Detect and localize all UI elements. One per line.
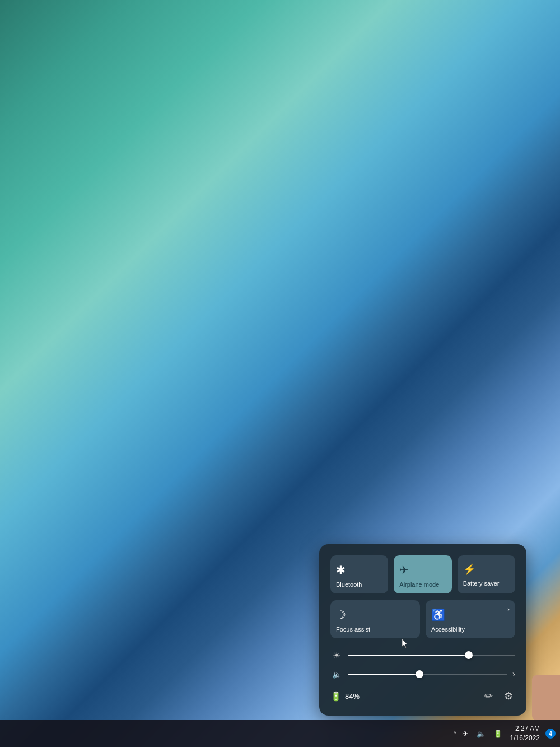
usb-device (532, 675, 560, 720)
bluetooth-button[interactable]: ✱ Bluetooth (330, 555, 388, 593)
bluetooth-label: Bluetooth (336, 581, 362, 588)
panel-bottom: 🔋 84% ✏ ⚙ (330, 688, 515, 704)
taskbar-time-display: 2:27 AM (510, 724, 540, 734)
system-tray-chevron[interactable]: ^ (454, 731, 456, 737)
volume-slider-row: 🔈 › (330, 669, 515, 680)
quick-settings-panel: ✱ Bluetooth ✈ Airplane mode ⚡ Battery sa… (319, 544, 526, 716)
panel-actions: ✏ ⚙ (482, 688, 515, 704)
focus-assist-button[interactable]: ☽ Focus assist (330, 600, 420, 638)
volume-thumb[interactable] (416, 670, 423, 678)
airplane-mode-button[interactable]: ✈ Airplane mode (394, 555, 451, 593)
volume-track (348, 674, 507, 675)
brightness-slider-row: ☀ (330, 649, 515, 661)
battery-info: 🔋 84% (330, 691, 360, 702)
focus-assist-label: Focus assist (336, 626, 370, 633)
taskbar-battery-icon[interactable]: 🔋 (491, 727, 505, 740)
accessibility-chevron-icon: › (507, 606, 510, 613)
accessibility-button[interactable]: ♿ Accessibility › (426, 600, 515, 638)
focus-assist-icon: ☽ (336, 608, 346, 621)
open-settings-button[interactable]: ⚙ (502, 688, 515, 704)
brightness-track (348, 655, 515, 656)
brightness-icon: ☀ (330, 650, 343, 661)
airplane-label: Airplane mode (399, 581, 439, 588)
taskbar-date-display: 1/16/2022 (510, 734, 540, 743)
taskbar-right: ^ ✈ 🔈 🔋 2:27 AM 1/16/2022 4 (454, 723, 556, 744)
quick-actions-row1: ✱ Bluetooth ✈ Airplane mode ⚡ Battery sa… (330, 555, 515, 593)
volume-icon: 🔈 (330, 670, 343, 679)
brightness-thumb[interactable] (465, 651, 473, 659)
volume-slider[interactable] (348, 669, 507, 680)
battery-percent: 84% (345, 692, 360, 700)
battery-saver-label: Battery saver (463, 580, 500, 587)
airplane-icon: ✈ (399, 563, 409, 577)
quick-actions-row2: ☽ Focus assist ♿ Accessibility › (330, 600, 515, 638)
brightness-fill (348, 655, 469, 656)
accessibility-label: Accessibility (431, 626, 465, 633)
brightness-slider[interactable] (348, 649, 515, 661)
bluetooth-icon: ✱ (336, 563, 346, 577)
edit-icon: ✏ (484, 690, 493, 702)
battery-saver-icon: ⚡ (463, 563, 475, 576)
battery-saver-button[interactable]: ⚡ Battery saver (458, 555, 515, 593)
accessibility-icon: ♿ (431, 608, 445, 621)
battery-status-icon: 🔋 (330, 691, 342, 702)
taskbar-volume-icon[interactable]: 🔈 (474, 727, 488, 740)
notification-badge[interactable]: 4 (545, 729, 556, 739)
volume-expand-icon[interactable]: › (512, 669, 515, 679)
gear-icon: ⚙ (504, 690, 513, 702)
taskbar-airplane-icon[interactable]: ✈ (460, 727, 471, 740)
taskbar-clock[interactable]: 2:27 AM 1/16/2022 (508, 723, 542, 744)
taskbar: ^ ✈ 🔈 🔋 2:27 AM 1/16/2022 4 (0, 720, 560, 747)
volume-fill (348, 674, 419, 675)
edit-quick-settings-button[interactable]: ✏ (482, 688, 495, 704)
